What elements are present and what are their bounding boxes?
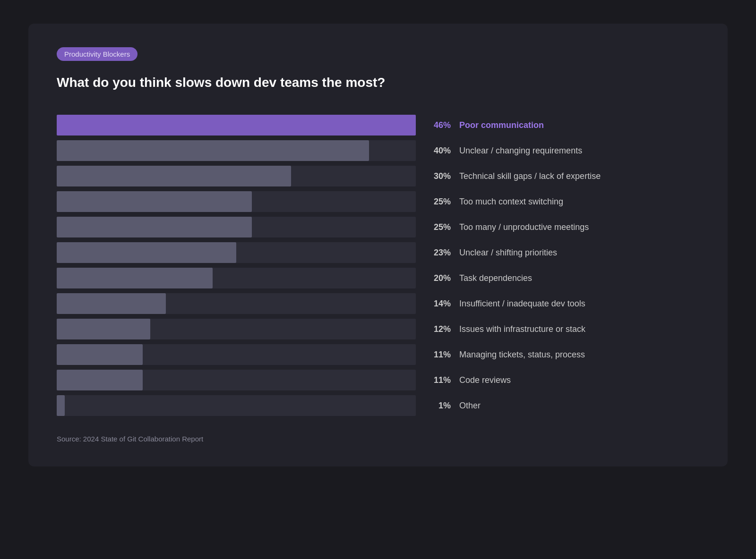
- chart-row: 40% Unclear / changing requirements: [57, 140, 699, 161]
- bar-fill: [57, 115, 416, 136]
- item-label: Technical skill gaps / lack of expertise: [459, 171, 699, 181]
- bar-track: [57, 344, 416, 365]
- chart-row: 14% Insufficient / inadequate dev tools: [57, 293, 699, 314]
- bar-fill: [57, 191, 252, 212]
- item-label: Insufficient / inadequate dev tools: [459, 299, 699, 309]
- bar-fill: [57, 217, 252, 237]
- bar-track: [57, 293, 416, 314]
- pct-label: 1%: [422, 401, 451, 411]
- category-tag: Productivity Blockers: [57, 47, 137, 61]
- chart-row: 11% Managing tickets, status, process: [57, 344, 699, 365]
- pct-label: 20%: [422, 273, 451, 283]
- chart-row: 30% Technical skill gaps / lack of exper…: [57, 166, 699, 186]
- chart-container: 46% Poor communication 40% Unclear / cha…: [57, 115, 699, 416]
- pct-label: 11%: [422, 350, 451, 360]
- bar-fill: [57, 395, 65, 416]
- bar-fill: [57, 242, 236, 263]
- item-label: Code reviews: [459, 375, 699, 385]
- bar-fill: [57, 293, 166, 314]
- chart-row: 46% Poor communication: [57, 115, 699, 136]
- bar-track: [57, 242, 416, 263]
- item-label: Managing tickets, status, process: [459, 350, 699, 360]
- bar-track: [57, 268, 416, 288]
- chart-row: 25% Too much context switching: [57, 191, 699, 212]
- chart-row: 11% Code reviews: [57, 370, 699, 390]
- bar-fill: [57, 140, 369, 161]
- bar-fill: [57, 268, 213, 288]
- pct-label: 46%: [422, 120, 451, 130]
- item-label: Issues with infrastructure or stack: [459, 324, 699, 334]
- item-label: Unclear / shifting priorities: [459, 248, 699, 258]
- pct-label: 12%: [422, 324, 451, 334]
- bar-track: [57, 166, 416, 186]
- item-label: Other: [459, 401, 699, 411]
- pct-label: 23%: [422, 248, 451, 258]
- pct-label: 25%: [422, 222, 451, 232]
- pct-label: 40%: [422, 146, 451, 156]
- source-text: Source: 2024 State of Git Collaboration …: [57, 435, 699, 443]
- bar-fill: [57, 370, 143, 390]
- chart-row: 25% Too many / unproductive meetings: [57, 217, 699, 237]
- bar-track: [57, 140, 416, 161]
- chart-question: What do you think slows down dev teams t…: [57, 74, 699, 91]
- pct-label: 14%: [422, 299, 451, 309]
- bar-fill: [57, 319, 150, 339]
- pct-label: 11%: [422, 375, 451, 385]
- chart-row: 1% Other: [57, 395, 699, 416]
- chart-row: 20% Task dependencies: [57, 268, 699, 288]
- item-label: Too many / unproductive meetings: [459, 222, 699, 232]
- pct-label: 30%: [422, 171, 451, 181]
- item-label: Unclear / changing requirements: [459, 146, 699, 156]
- item-label: Poor communication: [459, 120, 699, 130]
- item-label: Task dependencies: [459, 273, 699, 283]
- bar-fill: [57, 166, 291, 186]
- bar-track: [57, 115, 416, 136]
- item-label: Too much context switching: [459, 197, 699, 207]
- bar-track: [57, 319, 416, 339]
- pct-label: 25%: [422, 197, 451, 207]
- bar-track: [57, 395, 416, 416]
- bar-track: [57, 370, 416, 390]
- chart-row: 23% Unclear / shifting priorities: [57, 242, 699, 263]
- bar-track: [57, 191, 416, 212]
- main-card: Productivity Blockers What do you think …: [28, 24, 728, 466]
- chart-row: 12% Issues with infrastructure or stack: [57, 319, 699, 339]
- bar-fill: [57, 344, 143, 365]
- bar-track: [57, 217, 416, 237]
